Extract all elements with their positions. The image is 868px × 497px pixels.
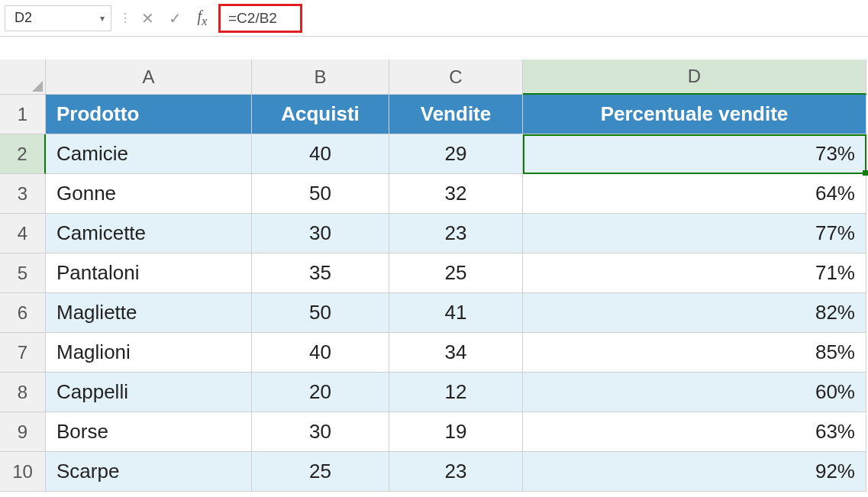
table-row: 6 Magliette 50 41 82% <box>0 293 868 333</box>
table-row: 3 Gonne 50 32 64% <box>0 174 868 214</box>
table-row: 10 Scarpe 25 23 92% <box>0 452 868 492</box>
formula-bar: D2 ▾ ⋮ ✕ ✓ fx =C2/B2 <box>0 0 868 37</box>
cell-A6[interactable]: Magliette <box>46 293 252 333</box>
table-row: 1 Prodotto Acquisti Vendite Percentuale … <box>0 95 868 134</box>
cell-A1[interactable]: Prodotto <box>46 95 252 134</box>
cell-B3[interactable]: 50 <box>252 174 389 214</box>
cell-D3[interactable]: 64% <box>523 174 866 214</box>
cell-C4[interactable]: 23 <box>389 214 523 253</box>
enter-icon[interactable]: ✓ <box>166 9 183 27</box>
cell-A2[interactable]: Camicie <box>46 134 252 174</box>
cell-C2[interactable]: 29 <box>389 134 523 174</box>
row-header-4[interactable]: 4 <box>0 214 46 253</box>
row-header-3[interactable]: 3 <box>0 174 46 214</box>
cell-C9[interactable]: 19 <box>389 412 523 452</box>
cell-D4[interactable]: 77% <box>523 214 866 253</box>
cell-D2[interactable]: 73% <box>523 134 866 174</box>
cell-D10[interactable]: 92% <box>523 452 866 492</box>
table-row: 7 Maglioni 40 34 85% <box>0 333 868 373</box>
cell-A10[interactable]: Scarpe <box>46 452 252 492</box>
row-header-10[interactable]: 10 <box>0 452 46 492</box>
formula-input[interactable]: =C2/B2 <box>228 10 277 27</box>
cell-B1[interactable]: Acquisti <box>252 95 389 134</box>
cell-C1[interactable]: Vendite <box>389 95 523 134</box>
cell-B7[interactable]: 40 <box>252 333 389 373</box>
cell-C10[interactable]: 23 <box>389 452 523 492</box>
row-header-8[interactable]: 8 <box>0 373 46 412</box>
formula-bar-buttons: ✕ ✓ fx <box>139 8 211 29</box>
name-box-value: D2 <box>15 10 32 26</box>
cell-B8[interactable]: 20 <box>252 373 389 412</box>
cell-B2[interactable]: 40 <box>252 134 389 174</box>
cell-B10[interactable]: 25 <box>252 452 389 492</box>
cell-A5[interactable]: Pantaloni <box>46 253 252 293</box>
cancel-icon[interactable]: ✕ <box>139 9 156 27</box>
cell-A3[interactable]: Gonne <box>46 174 252 214</box>
cell-B5[interactable]: 35 <box>252 253 389 293</box>
formula-input-highlight: =C2/B2 <box>218 4 302 33</box>
cell-D7[interactable]: 85% <box>523 333 866 373</box>
spacer <box>0 37 868 60</box>
table-row: 9 Borse 30 19 63% <box>0 412 868 452</box>
column-header-row: A B C D <box>0 60 868 95</box>
cell-C5[interactable]: 25 <box>389 253 523 293</box>
table-row: 4 Camicette 30 23 77% <box>0 214 868 253</box>
name-box[interactable]: D2 ▾ <box>5 5 111 31</box>
cell-C3[interactable]: 32 <box>389 174 523 214</box>
cell-A8[interactable]: Cappelli <box>46 373 252 412</box>
col-header-C[interactable]: C <box>389 60 523 95</box>
row-header-9[interactable]: 9 <box>0 412 46 452</box>
table-row: 8 Cappelli 20 12 60% <box>0 373 868 412</box>
cell-B9[interactable]: 30 <box>252 412 389 452</box>
cell-B6[interactable]: 50 <box>252 293 389 333</box>
fx-icon[interactable]: fx <box>194 8 211 29</box>
table-row: 5 Pantaloni 35 25 71% <box>0 253 868 293</box>
cell-D1[interactable]: Percentuale vendite <box>523 95 866 134</box>
row-header-6[interactable]: 6 <box>0 293 46 333</box>
cell-C7[interactable]: 34 <box>389 333 523 373</box>
col-header-A[interactable]: A <box>46 60 252 95</box>
row-header-5[interactable]: 5 <box>0 253 46 293</box>
cell-A4[interactable]: Camicette <box>46 214 252 253</box>
chevron-down-icon[interactable]: ▾ <box>100 13 105 24</box>
row-header-2[interactable]: 2 <box>0 134 46 174</box>
separator: ⋮ <box>119 11 131 25</box>
cell-C8[interactable]: 12 <box>389 373 523 412</box>
col-header-B[interactable]: B <box>252 60 389 95</box>
col-header-D[interactable]: D <box>523 60 866 95</box>
cell-D8[interactable]: 60% <box>523 373 866 412</box>
cell-C6[interactable]: 41 <box>389 293 523 333</box>
cell-D9[interactable]: 63% <box>523 412 866 452</box>
select-all-corner[interactable] <box>0 60 46 95</box>
cell-B4[interactable]: 30 <box>252 214 389 253</box>
cell-A7[interactable]: Maglioni <box>46 333 252 373</box>
spreadsheet-grid: A B C D 1 Prodotto Acquisti Vendite Perc… <box>0 60 868 492</box>
row-header-7[interactable]: 7 <box>0 333 46 373</box>
cell-D5[interactable]: 71% <box>523 253 866 293</box>
cell-A9[interactable]: Borse <box>46 412 252 452</box>
row-header-1[interactable]: 1 <box>0 95 46 134</box>
table-row: 2 Camicie 40 29 73% <box>0 134 868 174</box>
cell-D6[interactable]: 82% <box>523 293 866 333</box>
